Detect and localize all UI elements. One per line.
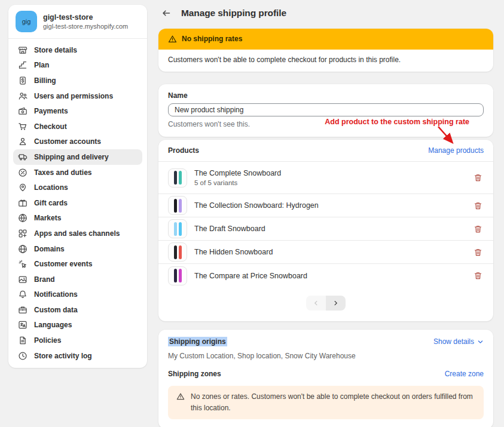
sidebar-item-label: Users and permissions [34, 92, 113, 100]
delete-product-button[interactable] [472, 246, 484, 258]
taxes-icon [18, 168, 28, 177]
sidebar-item-label: Checkout [34, 122, 67, 131]
name-helper-text: Customers won't see this. [168, 120, 484, 129]
product-thumbnail [168, 196, 187, 215]
store-header: gig gigl-test-store gigl-test-store.mysh… [8, 5, 147, 39]
sidebar-item-store-details[interactable]: Store details [13, 42, 142, 58]
bell-icon [18, 290, 28, 299]
products-card: Products Manage products The Complete Sn… [158, 140, 493, 321]
product-row: The Complete Snowboard5 of 5 variants [158, 162, 493, 194]
delete-product-button[interactable] [472, 270, 484, 282]
sidebar-item-label: Gift cards [34, 199, 68, 207]
checkout-cart-icon [18, 122, 28, 131]
sidebar-item-custom-data[interactable]: Custom data [13, 302, 142, 318]
sidebar-item-brand[interactable]: Brand [13, 272, 142, 287]
products-title: Products [168, 146, 199, 155]
sidebar-item-customer-events[interactable]: Customer events [13, 256, 142, 272]
delete-product-button[interactable] [472, 223, 484, 235]
product-name: The Complete Snowboard [194, 169, 281, 177]
store-name: gigl-test-store [43, 13, 128, 21]
name-card: Name Customers won't see this. [158, 84, 493, 137]
users-icon [18, 91, 28, 101]
sidebar-item-shipping-and-delivery[interactable]: Shipping and delivery [13, 149, 142, 165]
store-icon [18, 45, 28, 55]
create-zone-link[interactable]: Create zone [445, 370, 484, 378]
sidebar-item-label: Locations [34, 183, 68, 192]
sidebar-item-markets[interactable]: Markets [13, 211, 142, 226]
sidebar-item-customer-accounts[interactable]: Customer accounts [13, 134, 142, 150]
sidebar-item-taxes-and-duties[interactable]: Taxes and duties [13, 165, 142, 180]
sidebar-item-plan[interactable]: Plan [13, 58, 142, 73]
chevron-left-icon [313, 300, 319, 306]
apps-grid-icon [18, 229, 28, 238]
trash-icon [474, 201, 482, 210]
sidebar-item-locations[interactable]: Locations [13, 180, 142, 195]
pagination [158, 287, 493, 321]
product-row: The Collection Snowboard: Hydrogen [158, 194, 493, 217]
product-name: The Compare at Price Snowboard [194, 272, 307, 280]
warning-triangle-icon [168, 35, 177, 44]
sidebar-item-gift-cards[interactable]: Gift cards [13, 195, 142, 211]
manage-products-link[interactable]: Manage products [428, 146, 484, 155]
product-name: The Collection Snowboard: Hydrogen [194, 201, 319, 210]
sidebar-item-domains[interactable]: Domains [13, 241, 142, 257]
product-row: The Compare at Price Snowboard [158, 264, 493, 287]
policies-doc-icon [18, 336, 28, 345]
product-thumbnail [168, 266, 187, 285]
domains-globe-icon [18, 244, 28, 254]
sidebar-item-store-activity-log[interactable]: Store activity log [13, 348, 142, 364]
sidebar-item-label: Billing [34, 76, 56, 85]
sidebar-item-payments[interactable]: Payments [13, 103, 142, 119]
sidebar-item-billing[interactable]: Billing [13, 73, 142, 88]
product-thumbnail [168, 242, 187, 262]
settings-page: gig gigl-test-store gigl-test-store.mysh… [0, 0, 504, 427]
main-content: Manage shipping profile No shipping rate… [158, 0, 493, 427]
shipping-zones-title: Shipping zones [168, 370, 221, 378]
product-thumbnail [168, 168, 187, 188]
sidebar: gig gigl-test-store gigl-test-store.mysh… [8, 5, 147, 368]
sidebar-item-label: Policies [34, 336, 61, 345]
sidebar-item-label: Apps and sales channels [34, 229, 120, 238]
product-row: The Hidden Snowboard [158, 241, 493, 264]
profile-name-input[interactable] [168, 103, 484, 116]
product-name: The Draft Snowboard [194, 225, 265, 233]
page-title: Manage shipping profile [181, 8, 286, 19]
back-button[interactable] [158, 5, 174, 21]
warning-triangle-icon [176, 392, 185, 401]
sidebar-item-checkout[interactable]: Checkout [13, 119, 142, 134]
warning-banner: No shipping rates Customers won't be abl… [158, 29, 493, 72]
languages-icon [18, 320, 28, 330]
product-thumbnail [168, 219, 187, 238]
customer-accounts-icon [18, 137, 28, 146]
sidebar-item-policies[interactable]: Policies [13, 333, 142, 348]
trash-icon [474, 225, 482, 234]
sidebar-item-languages[interactable]: Languages [13, 318, 142, 333]
markets-globe-icon [18, 213, 28, 223]
sidebar-item-label: Plan [34, 61, 49, 69]
pagination-prev-button[interactable] [306, 296, 326, 311]
sidebar-item-label: Customer events [34, 260, 92, 268]
payments-icon [18, 106, 28, 116]
sidebar-item-label: Shipping and delivery [34, 153, 109, 161]
delete-product-button[interactable] [472, 199, 484, 211]
product-list: The Complete Snowboard5 of 5 variantsThe… [158, 162, 493, 287]
gift-card-icon [18, 198, 28, 208]
trash-icon [474, 271, 482, 280]
banner-body: Customers won't be able to complete chec… [158, 50, 493, 72]
shipping-origins-title: Shipping origins [168, 337, 227, 346]
shipping-origins-card: Shipping origins Show details My Custom … [158, 330, 493, 427]
sidebar-item-notifications[interactable]: Notifications [13, 287, 142, 303]
sidebar-item-label: Custom data [34, 306, 78, 314]
sidebar-item-apps-and-sales-channels[interactable]: Apps and sales channels [13, 226, 142, 241]
sidebar-item-label: Markets [34, 214, 61, 222]
sidebar-item-label: Languages [34, 321, 72, 329]
store-avatar: gig [16, 11, 37, 32]
sidebar-nav: Store detailsPlanBillingUsers and permis… [8, 39, 147, 363]
show-details-link[interactable]: Show details [433, 337, 484, 346]
delete-product-button[interactable] [472, 172, 484, 184]
sidebar-item-users-and-permissions[interactable]: Users and permissions [13, 88, 142, 104]
name-field-label: Name [168, 91, 484, 100]
sidebar-item-label: Taxes and duties [34, 168, 91, 177]
shipping-truck-icon [18, 152, 28, 162]
pagination-next-button[interactable] [326, 296, 346, 311]
